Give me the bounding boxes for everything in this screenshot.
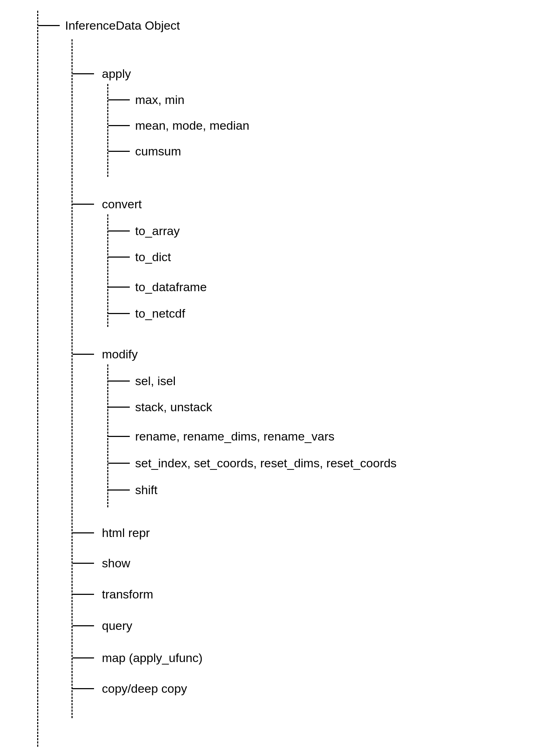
tree-connector (108, 313, 130, 314)
tree-connector (73, 354, 94, 355)
tree-leaf: max, min (135, 94, 184, 106)
tree-spine-apply (107, 84, 108, 177)
tree-connector (73, 73, 94, 74)
tree-node-apply: apply (102, 68, 131, 80)
tree-spine-level1 (72, 39, 73, 718)
tree-connector (73, 657, 94, 658)
tree-node-modify: modify (102, 348, 138, 360)
tree-connector (108, 287, 130, 288)
tree-leaf: stack, unstack (135, 401, 212, 413)
tree-connector (108, 407, 130, 408)
tree-connector (108, 125, 130, 126)
tree-leaf: to_array (135, 225, 180, 237)
tree-connector (73, 204, 94, 205)
tree-leaf: shift (135, 484, 157, 496)
tree-leaf: sel, isel (135, 375, 176, 387)
tree-spine-outer (37, 11, 38, 747)
tree-connector (73, 688, 94, 689)
tree-connector (38, 25, 60, 26)
tree-connector (108, 257, 130, 258)
tree-root-label: InferenceData Object (65, 19, 180, 31)
tree-connector (73, 563, 94, 564)
tree-connector (108, 381, 130, 382)
tree-node-html-repr: html repr (102, 527, 150, 539)
tree-node-query: query (102, 620, 132, 632)
tree-connector (108, 230, 130, 232)
tree-connector (73, 625, 94, 626)
tree-leaf: to_dataframe (135, 281, 207, 293)
tree-leaf: mean, mode, median (135, 119, 249, 131)
tree-node-show: show (102, 557, 130, 569)
tree-connector (108, 151, 130, 152)
tree-node-map: map (apply_ufunc) (102, 652, 203, 664)
tree-diagram: InferenceData Object apply max, min mean… (0, 0, 547, 756)
tree-node-convert: convert (102, 198, 142, 210)
tree-connector (108, 489, 130, 491)
tree-leaf: cumsum (135, 145, 181, 157)
tree-connector (108, 463, 130, 464)
tree-node-copy: copy/deep copy (102, 682, 187, 695)
tree-connector (108, 436, 130, 437)
tree-node-transform: transform (102, 588, 153, 600)
tree-leaf: to_dict (135, 251, 171, 263)
tree-leaf: to_netcdf (135, 307, 185, 319)
tree-leaf: set_index, set_coords, reset_dims, reset… (135, 457, 396, 469)
tree-connector (73, 594, 94, 595)
tree-connector (108, 99, 130, 100)
tree-leaf: rename, rename_dims, rename_vars (135, 430, 334, 442)
tree-connector (73, 532, 94, 533)
